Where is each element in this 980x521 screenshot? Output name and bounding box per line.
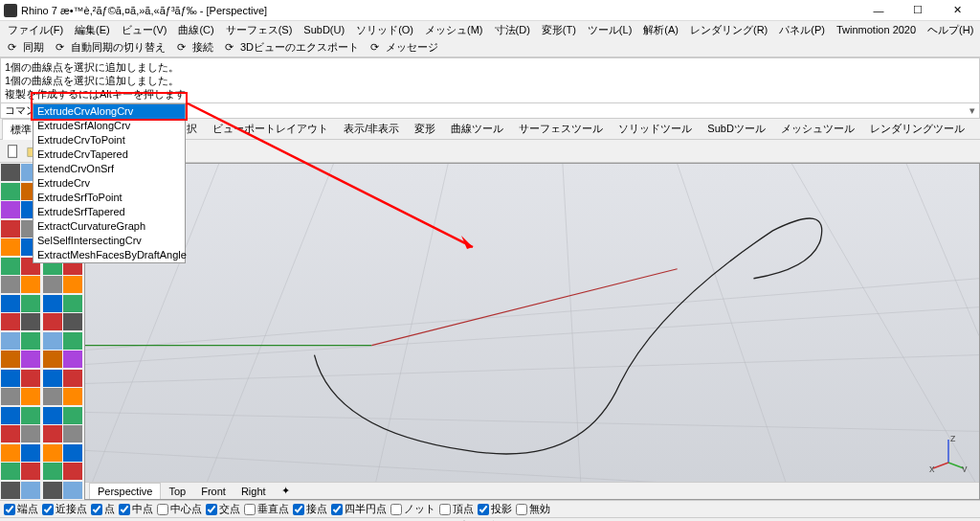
tool-button[interactable] [21, 351, 40, 368]
autocomplete-item[interactable]: ExtrudeCrvAlongCrv [33, 104, 185, 119]
menu-item[interactable]: 曲線(C) [172, 21, 219, 39]
menu-item[interactable]: 変形(T) [536, 21, 582, 39]
autocomplete-item[interactable]: SelSelfIntersectingCrv [33, 234, 185, 248]
tool-button[interactable] [1, 425, 20, 442]
autocomplete-item[interactable]: ExtrudeSrfAlongCrv [33, 119, 185, 133]
menu-item[interactable]: 寸法(D) [489, 21, 536, 39]
command-dropdown-icon[interactable]: ▾ [966, 104, 979, 117]
toolbar-button[interactable]: ⟳メッセージ [367, 39, 442, 56]
autocomplete-item[interactable]: ExtrudeCrvTapered [33, 147, 185, 162]
autocomplete-item[interactable]: ExtrudeCrvToPoint [33, 133, 185, 147]
tool-button[interactable] [43, 332, 62, 350]
menu-item[interactable]: ビュー(V) [116, 21, 173, 39]
tool-button[interactable] [63, 276, 82, 293]
osnap-option[interactable]: 近接点 [42, 502, 87, 516]
autocomplete-item[interactable]: ExtendCrvOnSrf [33, 162, 185, 176]
tool-button[interactable] [63, 407, 82, 424]
tool-button[interactable] [21, 295, 40, 312]
viewport-tab-add[interactable]: ✦ [274, 483, 298, 499]
command-input[interactable] [54, 104, 966, 118]
menu-item[interactable]: Twinmotion 2020 [831, 22, 922, 37]
osnap-option[interactable]: 中点 [119, 502, 153, 516]
viewport-perspective[interactable]: z y x PerspectiveTopFrontRight✦ [84, 163, 980, 500]
menu-item[interactable]: レンダリング(R) [684, 21, 773, 39]
tool-button[interactable] [21, 444, 40, 462]
toolbar-tab[interactable]: 変形 [407, 119, 443, 139]
osnap-option[interactable]: 交点 [206, 502, 240, 516]
tool-button[interactable] [1, 482, 20, 499]
tool-button[interactable] [63, 370, 82, 387]
tool-button[interactable] [1, 295, 20, 312]
tool-button[interactable] [43, 370, 62, 387]
osnap-option[interactable]: 四半円点 [331, 502, 387, 516]
maximize-button[interactable]: ☐ [899, 1, 937, 20]
tool-button[interactable] [63, 482, 82, 499]
tool-button[interactable] [1, 164, 20, 181]
toolbar-tab[interactable]: 表示/非表示 [336, 119, 407, 139]
toolbar-tab[interactable]: レンダリングツール [862, 119, 972, 139]
toolbar-button[interactable]: ⟳接続 [173, 39, 217, 56]
menu-item[interactable]: パネル(P) [773, 21, 831, 39]
minimize-button[interactable]: — [859, 1, 898, 20]
tool-button[interactable] [21, 482, 40, 499]
viewport-tab[interactable]: Top [161, 484, 193, 499]
tool-button[interactable] [21, 407, 40, 424]
tool-button[interactable] [63, 313, 82, 330]
tool-button[interactable] [1, 201, 20, 218]
tool-button[interactable] [21, 276, 40, 293]
autocomplete-item[interactable]: ExtrudeSrfTapered [33, 205, 185, 219]
tool-button[interactable] [1, 220, 20, 238]
tool-button[interactable] [1, 238, 20, 256]
menu-item[interactable]: ツール(L) [582, 21, 637, 39]
toolbar-tab[interactable]: 製図 [972, 119, 980, 139]
toolbar-button[interactable]: ⟳3Dビューのエクスポート [221, 39, 363, 56]
autocomplete-item[interactable]: ExtractCurvatureGraph [33, 219, 185, 234]
tool-button[interactable] [63, 351, 82, 368]
osnap-option[interactable]: 端点 [4, 502, 38, 516]
tool-button[interactable] [1, 388, 20, 405]
toolbar-tab[interactable]: ビューポートレイアウト [205, 119, 336, 139]
axes-gizmo[interactable]: z y x [929, 434, 968, 472]
toolbar-tab[interactable]: サーフェスツール [511, 119, 611, 139]
toolbar-button[interactable]: ⟳自動同期の切り替え [52, 39, 169, 56]
close-button[interactable]: ✕ [938, 1, 976, 20]
osnap-option[interactable]: 点 [91, 502, 115, 516]
tool-button[interactable] [21, 388, 40, 405]
new-file-icon[interactable] [4, 142, 23, 161]
menu-item[interactable]: ヘルプ(H) [922, 21, 979, 39]
autocomplete-item[interactable]: ExtrudeCrv [33, 176, 185, 191]
osnap-option[interactable]: 頂点 [439, 502, 474, 516]
viewport-tab[interactable]: Front [193, 484, 234, 499]
toolbar-tab[interactable]: SubDツール [700, 119, 773, 139]
tool-button[interactable] [43, 463, 62, 480]
tool-button[interactable] [43, 351, 62, 368]
tool-button[interactable] [63, 295, 82, 312]
tool-button[interactable] [43, 444, 62, 462]
tool-button[interactable] [1, 276, 20, 293]
osnap-option[interactable]: 無効 [516, 502, 550, 516]
tool-button[interactable] [43, 482, 62, 499]
tool-button[interactable] [1, 332, 20, 350]
tool-button[interactable] [1, 370, 20, 387]
autocomplete-item[interactable]: ExtractMeshFacesByDraftAngle [33, 248, 185, 262]
toolbar-button[interactable]: ⟳同期 [4, 39, 48, 56]
menu-item[interactable]: メッシュ(M) [419, 21, 489, 39]
osnap-option[interactable]: 投影 [478, 502, 512, 516]
toolbar-tab[interactable]: ソリッドツール [611, 119, 700, 139]
tool-button[interactable] [1, 407, 20, 424]
tool-button[interactable] [1, 463, 20, 480]
autocomplete-popup[interactable]: ExtrudeCrvAlongCrvExtrudeSrfAlongCrvExtr… [33, 103, 186, 263]
tool-button[interactable] [21, 313, 40, 330]
tool-button[interactable] [1, 444, 20, 462]
tool-button[interactable] [63, 388, 82, 405]
toolbar-tab[interactable]: 曲線ツール [443, 119, 511, 139]
menu-item[interactable]: 編集(E) [69, 21, 116, 39]
autocomplete-item[interactable]: ExtrudeSrfToPoint [33, 191, 185, 205]
tool-button[interactable] [43, 407, 62, 424]
menu-item[interactable]: ファイル(F) [2, 21, 69, 39]
osnap-option[interactable]: 中心点 [157, 502, 202, 516]
tool-button[interactable] [21, 463, 40, 480]
tool-button[interactable] [21, 425, 40, 442]
tool-button[interactable] [1, 258, 20, 275]
menu-item[interactable]: SubD(U) [298, 22, 350, 37]
